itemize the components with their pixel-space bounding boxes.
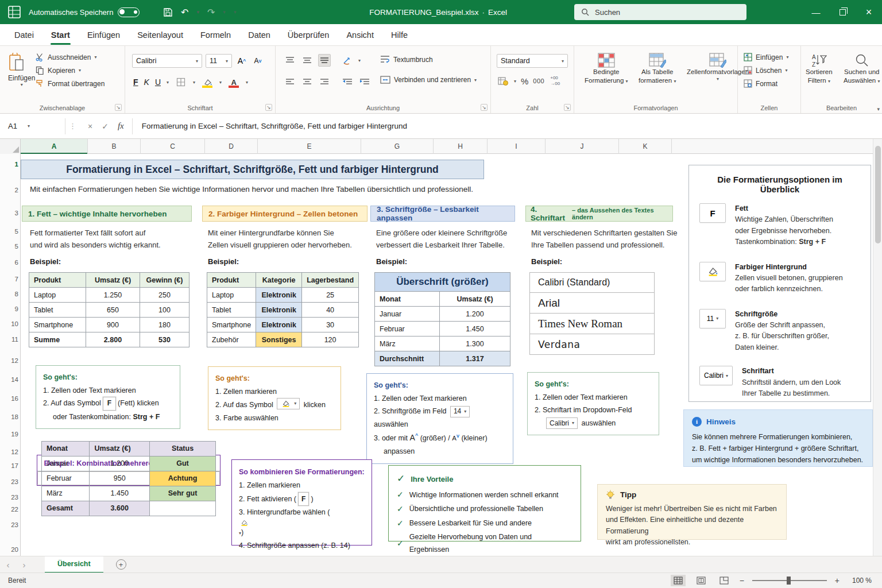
zoom-percentage[interactable]: 100 % [848,577,872,585]
conditional-formatting-button[interactable]: Bedingte Formatierung ▾ [585,53,628,85]
fill-color-chevron-icon[interactable]: ▾ [219,80,222,85]
underline-chevron-icon[interactable]: ▾ [167,80,169,85]
align-right-icon[interactable] [318,76,331,88]
dialog-launcher-icon[interactable]: ↘ [115,104,122,111]
tab-datei[interactable]: Datei [6,24,42,46]
merge-center-button[interactable]: Verbinden und zentrieren ▾ [380,76,477,84]
format-cells-button[interactable]: Format [744,79,788,88]
increase-decimal-icon[interactable]: +00 [550,75,560,81]
enter-icon[interactable]: ✓ [102,122,109,131]
cell-a1-title[interactable]: Formatierung in Excel – Schriftart, Schr… [21,160,484,179]
row-header[interactable]: 17 [0,462,18,469]
row-header[interactable]: 12 [0,357,18,364]
column-header[interactable]: H [434,139,488,154]
qat-more-chevron-icon[interactable]: ▾ [234,9,237,15]
row-header[interactable]: 5 [0,243,18,250]
dialog-launcher-icon[interactable]: ↘ [564,104,571,111]
orientation-icon[interactable] [341,54,354,67]
sheet-tab-uebersicht[interactable]: Übersicht [45,556,103,573]
align-top-icon[interactable] [284,54,296,67]
font-name-combobox[interactable]: Calibri▾ [132,54,202,68]
close-icon[interactable]: × [856,0,882,24]
percent-icon[interactable]: % [521,76,528,86]
cut-button[interactable]: Ausschneiden▾ [36,53,105,61]
column-header[interactable]: E [258,139,361,154]
row-header[interactable]: 9 [0,305,18,312]
vertical-scrollbar[interactable] [873,139,882,556]
font-name-mini-dropdown[interactable]: Calibri▾ [546,417,578,429]
dialog-launcher-icon[interactable]: ↘ [265,104,272,111]
format-as-table-button[interactable]: Als Tabelle formatieren ▾ [639,53,676,85]
row-header[interactable]: 22 [0,506,18,513]
zoom-in-icon[interactable]: + [835,576,840,585]
insert-function-icon[interactable]: fx [118,121,124,131]
tab-ansicht[interactable]: Ansicht [338,24,382,46]
restore-icon[interactable] [829,0,856,24]
tab-hilfe[interactable]: Hilfe [382,24,416,46]
name-box[interactable]: A1 ▾ [3,118,65,134]
view-page-layout-icon[interactable] [694,575,709,586]
wrap-text-button[interactable]: Textumbruch [380,55,433,64]
number-format-combobox[interactable]: Standard▾ [497,54,568,68]
row-header[interactable]: 7 [0,276,18,283]
row-header[interactable]: 23 [0,478,18,485]
row-header[interactable]: 18 [0,413,18,420]
formula-input[interactable]: Formatierung in Excel – Schriftart, Schr… [133,122,407,130]
align-middle-icon[interactable] [301,54,314,67]
align-center-icon[interactable] [301,76,314,88]
zoom-out-icon[interactable]: − [740,576,744,585]
column-header[interactable]: J [546,139,619,154]
delete-cells-button[interactable]: Löschen▾ [744,66,788,75]
minimize-icon[interactable]: — [803,0,829,24]
view-normal-icon[interactable] [671,575,686,586]
row-header[interactable]: 1 [0,161,18,168]
row-header[interactable]: 12 [0,448,18,455]
decrease-decimal-icon[interactable]: →00 [550,81,560,87]
save-icon[interactable] [163,7,173,17]
tab-ueberpruefen[interactable]: Überprüfen [279,24,338,46]
add-sheet-icon[interactable]: + [116,559,126,570]
orientation-chevron-icon[interactable]: ▾ [358,58,361,63]
row-header[interactable]: 19 [0,431,18,438]
row-header[interactable]: 6 [0,259,18,266]
italic-icon[interactable]: K [144,78,149,87]
redo-chevron-icon[interactable]: ▾ [223,9,226,15]
font-color-chevron-icon[interactable]: ▾ [246,80,248,85]
redo-icon[interactable]: ↷ [207,7,215,18]
font-color-icon[interactable]: A [227,76,240,88]
borders-icon[interactable] [175,76,187,88]
tab-formeln[interactable]: Formeln [192,24,239,46]
row-header[interactable]: 20 [0,546,18,553]
undo-icon[interactable]: ↶ [181,7,188,18]
zoom-slider-thumb[interactable] [787,577,791,585]
column-header[interactable]: I [488,139,546,154]
fill-color-mini-button[interactable]: ▾ [277,398,300,409]
tab-seitenlayout[interactable]: Seitenlayout [129,24,192,46]
decrease-indent-icon[interactable] [341,76,354,88]
tab-einfuegen[interactable]: Einfügen [79,24,129,46]
tab-start[interactable]: Start [42,24,79,46]
view-page-break-icon[interactable] [717,575,732,586]
scrollbar-thumb[interactable] [875,146,881,243]
excel-logo-icon[interactable] [8,0,21,24]
copy-button[interactable]: Kopieren▾ [36,66,105,75]
insert-cells-button[interactable]: Einfügen▾ [744,53,788,61]
row-header[interactable]: 23 [0,494,18,501]
column-header-a[interactable]: A [21,139,88,154]
column-header[interactable]: G [361,139,434,154]
sheet-next-icon[interactable]: › [16,560,32,570]
decrease-font-icon[interactable]: Av [252,55,264,67]
collapse-ribbon-chevron-icon[interactable]: ▾ [877,106,880,112]
align-bottom-icon[interactable] [318,54,331,67]
autosave-toggle[interactable] [118,7,140,17]
row-header[interactable]: 11 [0,336,18,343]
row-header[interactable]: 16 [0,395,18,402]
row-header[interactable]: 14 [0,376,18,383]
increase-indent-icon[interactable] [358,76,371,88]
zoom-slider[interactable] [752,580,827,581]
row-header[interactable]: 8 [0,291,18,297]
thousands-icon[interactable]: 000 [533,78,544,84]
align-left-icon[interactable] [284,76,296,88]
paste-button[interactable]: Einfügen ▾ [8,53,35,87]
row-header[interactable]: 5 [0,228,18,235]
